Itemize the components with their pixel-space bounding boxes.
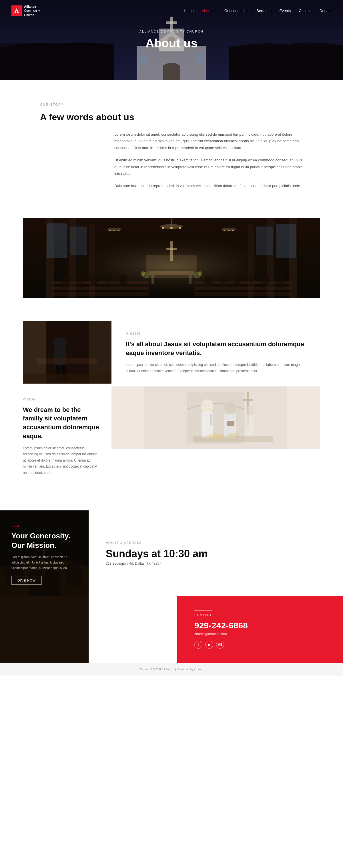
svg-rect-51 xyxy=(52,292,149,296)
svg-rect-72 xyxy=(37,358,97,364)
vision-title: We dream to be the familly sit voluptate… xyxy=(23,406,100,441)
nav-donate[interactable]: Donate xyxy=(320,8,332,13)
svg-rect-79 xyxy=(243,399,253,401)
nav-home[interactable]: Home xyxy=(184,8,194,13)
svg-point-30 xyxy=(179,227,181,229)
svg-point-47 xyxy=(141,271,145,276)
mission-content: mission It's all about Jesus sit volupta… xyxy=(112,321,320,386)
mission-section: mission It's all about Jesus sit volupta… xyxy=(0,321,343,386)
hero-title: About us xyxy=(140,36,204,50)
svg-rect-21 xyxy=(47,224,67,258)
svg-point-63 xyxy=(248,274,255,283)
svg-point-28 xyxy=(162,227,164,229)
vision-content: vision We dream to be the familly sit vo… xyxy=(23,386,112,488)
svg-point-29 xyxy=(170,227,173,229)
svg-rect-40 xyxy=(170,241,173,261)
nav-sermons[interactable]: Sermons xyxy=(256,8,271,13)
svg-point-37 xyxy=(228,230,230,231)
svg-point-32 xyxy=(109,230,111,231)
svg-point-100 xyxy=(221,644,221,644)
svg-rect-41 xyxy=(166,248,177,250)
mission-image xyxy=(23,321,112,383)
logo-text: Alliance Community Church xyxy=(24,5,40,17)
svg-rect-42 xyxy=(149,271,194,275)
vision-image xyxy=(112,386,320,449)
social-icons: f ▶ xyxy=(194,641,326,649)
svg-rect-54 xyxy=(194,292,291,296)
our-story-title: A few words about us xyxy=(40,112,303,123)
svg-rect-50 xyxy=(52,286,149,290)
mission-text: Lorem ipsum dolor sit amet, consectetur … xyxy=(126,362,306,374)
our-story-label: our story xyxy=(40,103,303,106)
hours-address: hours & address Sundays at 10:30 am 213 … xyxy=(89,510,343,596)
give-label: give xyxy=(11,522,21,528)
svg-rect-9 xyxy=(140,53,147,64)
svg-point-38 xyxy=(232,230,234,231)
church-interior-image xyxy=(23,218,320,298)
instagram-icon[interactable] xyxy=(216,641,224,649)
svg-point-57 xyxy=(90,275,98,285)
navigation: Alliance Community Church Home About us … xyxy=(0,0,343,22)
svg-rect-23 xyxy=(70,226,87,255)
svg-point-89 xyxy=(207,433,224,439)
vision-label: vision xyxy=(23,398,100,401)
logo-icon xyxy=(11,5,22,16)
mission-label: mission xyxy=(126,332,306,335)
mission-title: It's all about Jesus sit voluptatem accu… xyxy=(126,340,306,358)
story-para-1: Lorem ipsum dolor sit amet, consectetur … xyxy=(114,131,303,151)
svg-rect-25 xyxy=(256,226,273,255)
facebook-icon[interactable]: f xyxy=(194,641,202,649)
contact-label: contact xyxy=(194,610,212,617)
story-left xyxy=(40,131,97,195)
footer-text: Copyright © 2019 Church | Powered by Chu… xyxy=(139,668,204,671)
give-now-button[interactable]: GIVE NOW xyxy=(11,576,42,585)
svg-point-90 xyxy=(227,433,239,437)
youtube-icon[interactable]: ▶ xyxy=(205,641,213,649)
contact-phone: 929-242-6868 xyxy=(194,621,326,630)
svg-rect-85 xyxy=(227,421,234,426)
svg-point-83 xyxy=(224,402,236,414)
svg-rect-75 xyxy=(23,374,112,383)
svg-rect-82 xyxy=(210,413,212,425)
svg-point-65 xyxy=(277,276,284,285)
nav-links: Home About us Get connected Sermons Even… xyxy=(184,8,332,13)
hours-time: Sundays at 10:30 am xyxy=(106,548,326,560)
svg-rect-43 xyxy=(151,275,154,284)
svg-point-60 xyxy=(204,276,213,286)
logo[interactable]: Alliance Community Church xyxy=(11,5,40,17)
hours-address-text: 213 Bevington Rd. Dallas, TX 43257 xyxy=(106,561,326,565)
svg-point-59 xyxy=(119,275,127,285)
svg-point-56 xyxy=(77,275,83,284)
svg-point-33 xyxy=(113,230,115,231)
vision-text: Lorem ipsum dolor sit amet, consectetur … xyxy=(23,445,100,476)
nav-events[interactable]: Events xyxy=(280,8,291,13)
give-title: Your Generosity. Our Mission. xyxy=(11,531,77,551)
nav-about[interactable]: About us xyxy=(202,8,217,13)
svg-point-34 xyxy=(118,230,119,231)
svg-point-64 xyxy=(261,275,270,285)
svg-point-80 xyxy=(201,399,213,413)
svg-point-58 xyxy=(105,274,112,283)
svg-point-48 xyxy=(198,271,202,276)
svg-rect-44 xyxy=(189,275,192,284)
svg-rect-10 xyxy=(196,53,203,64)
story-content: Lorem ipsum dolor sit amet, consectetur … xyxy=(40,131,303,195)
nav-get-connected[interactable]: Get connected xyxy=(224,8,249,13)
svg-rect-1 xyxy=(16,10,17,13)
contact-left-spacer xyxy=(0,596,89,663)
our-story-section: our story A few words about us Lorem ips… xyxy=(0,80,343,218)
svg-point-36 xyxy=(224,230,225,231)
svg-rect-7 xyxy=(166,22,177,24)
svg-point-62 xyxy=(233,275,241,285)
give-content: give Your Generosity. Our Mission. Lorem… xyxy=(11,522,77,585)
give-section: give Your Generosity. Our Mission. Lorem… xyxy=(0,510,89,596)
svg-point-55 xyxy=(61,276,70,286)
hero-subtitle: alliance community church xyxy=(140,30,204,33)
hours-label: hours & address xyxy=(106,541,326,545)
nav-contact[interactable]: Contact xyxy=(299,8,312,13)
vision-section: vision We dream to be the familly sit vo… xyxy=(0,386,343,510)
story-para-2: Ut enim ad minim veniam, quis nostrud ex… xyxy=(114,157,303,177)
svg-rect-24 xyxy=(276,224,296,258)
give-row: give Your Generosity. Our Mission. Lorem… xyxy=(0,510,343,596)
contact-row: contact 929-242-6868 church@domain.com f… xyxy=(0,596,343,663)
